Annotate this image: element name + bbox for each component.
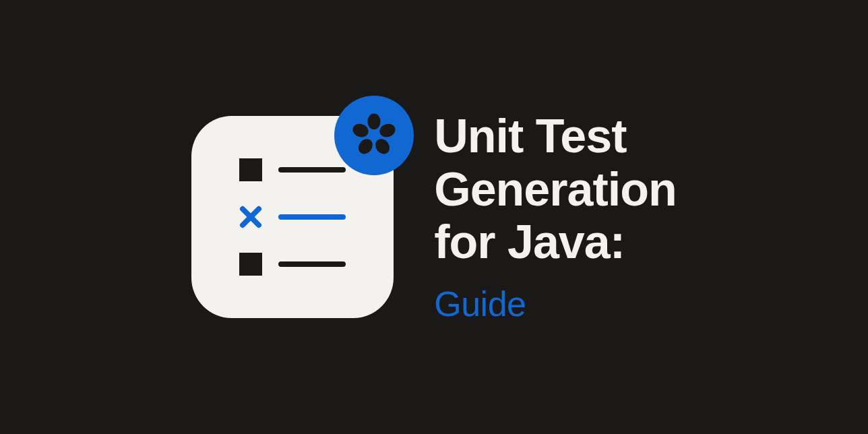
checklist-illustration [191,116,394,318]
title-line: Generation [434,163,677,216]
hero-banner: Unit Test Generation for Java: Guide [191,110,677,323]
title-block: Unit Test Generation for Java: Guide [434,110,677,323]
checklist-row [239,253,346,276]
checklist-row [239,158,346,181]
row-line [278,214,346,220]
checklist-row [239,206,346,228]
title-line: for Java: [434,216,677,268]
subtitle: Guide [434,284,677,324]
row-line [278,167,346,173]
title-line: Unit Test [434,110,677,162]
svg-point-4 [351,122,370,140]
svg-point-1 [378,122,397,140]
svg-point-3 [356,136,375,156]
flower-logo-icon [349,111,399,160]
svg-point-0 [368,113,381,129]
square-marker-icon [239,253,262,276]
logo-badge [334,96,414,175]
svg-point-2 [373,136,392,156]
x-marker-icon [239,206,262,228]
square-marker-icon [239,158,262,181]
row-line [278,261,346,267]
